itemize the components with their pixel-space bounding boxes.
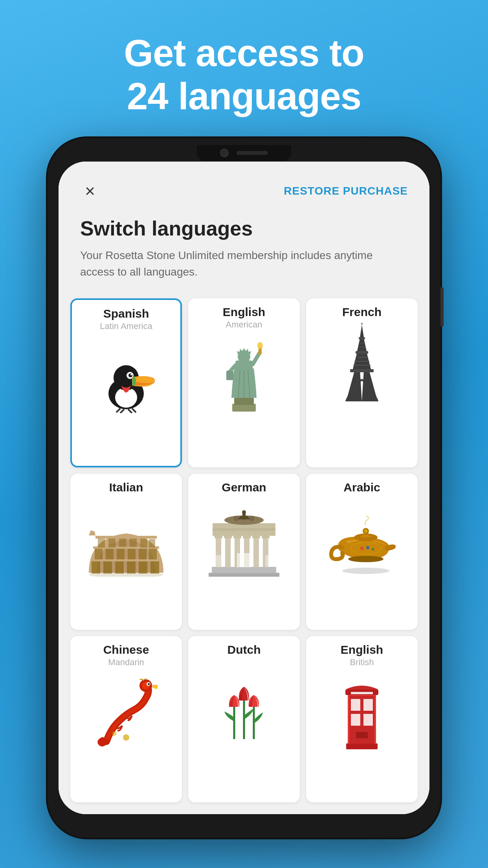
- svg-rect-72: [213, 530, 275, 536]
- modal-sheet: × RESTORE PURCHASE Switch languages Your…: [59, 162, 429, 814]
- toucan-icon: [95, 342, 158, 413]
- svg-point-99: [123, 734, 129, 741]
- svg-rect-112: [351, 714, 360, 726]
- lang-image-area: [306, 323, 418, 401]
- lang-name: English: [194, 305, 294, 319]
- svg-rect-82: [216, 555, 223, 567]
- svg-rect-81: [237, 553, 251, 567]
- lang-card-text: French: [306, 298, 418, 323]
- lang-name: Arabic: [312, 481, 412, 494]
- svg-line-22: [253, 353, 260, 364]
- svg-point-96: [148, 683, 150, 685]
- svg-rect-54: [130, 537, 137, 547]
- svg-rect-109: [351, 692, 373, 694]
- svg-rect-38: [103, 561, 112, 574]
- close-button[interactable]: ×: [80, 181, 100, 201]
- svg-rect-68: [233, 535, 241, 538]
- lang-name: French: [312, 305, 412, 319]
- lang-name: English: [312, 643, 412, 657]
- colosseum-icon: [87, 514, 165, 577]
- svg-rect-66: [215, 535, 222, 538]
- lang-name: Chinese: [76, 643, 176, 657]
- aladdin-lamp-icon: [327, 514, 397, 577]
- lang-subtitle: Latin America: [77, 321, 175, 331]
- lang-subtitle: British: [312, 657, 412, 668]
- phone-screen: × RESTORE PURCHASE Switch languages Your…: [59, 162, 429, 814]
- svg-rect-61: [225, 537, 231, 567]
- svg-rect-58: [209, 573, 279, 577]
- svg-rect-45: [106, 548, 114, 559]
- phone-speaker: [237, 151, 268, 155]
- lang-image-area: [188, 498, 300, 577]
- language-card-spanish[interactable]: Spanish Latin America: [70, 298, 182, 468]
- phone-camera: [220, 149, 229, 157]
- svg-rect-42: [150, 561, 159, 574]
- lang-card-text: English British: [306, 636, 418, 671]
- svg-rect-34: [359, 337, 365, 339]
- phone-bezel: × RESTORE PURCHASE Switch languages Your…: [48, 138, 440, 838]
- svg-rect-73: [213, 528, 275, 531]
- svg-rect-104: [346, 743, 378, 749]
- svg-rect-118: [356, 732, 368, 738]
- svg-rect-31: [356, 351, 368, 354]
- lang-card-text: Dutch: [188, 636, 300, 660]
- svg-point-97: [149, 683, 150, 684]
- svg-rect-59: [212, 567, 276, 573]
- svg-rect-67: [224, 535, 232, 538]
- svg-line-9: [132, 408, 136, 412]
- language-card-italian[interactable]: Italian: [70, 474, 182, 630]
- svg-rect-46: [117, 548, 125, 559]
- language-card-german[interactable]: German: [188, 474, 300, 630]
- svg-rect-26: [226, 371, 233, 380]
- lang-image-area: [188, 333, 300, 412]
- tulip-icon: [213, 668, 275, 739]
- svg-line-7: [120, 409, 124, 413]
- svg-rect-44: [95, 548, 103, 559]
- svg-point-80: [242, 510, 246, 514]
- language-card-english-british[interactable]: English British: [306, 636, 418, 802]
- language-card-arabic[interactable]: Arabic: [306, 474, 418, 630]
- modal-header: × RESTORE PURCHASE: [59, 162, 429, 213]
- svg-rect-57: [95, 536, 157, 539]
- svg-point-78: [249, 516, 255, 521]
- modal-subtitle: Your Rosetta Stone Unlimited membership …: [80, 247, 408, 280]
- svg-rect-53: [119, 537, 126, 547]
- svg-rect-69: [243, 535, 251, 538]
- svg-rect-47: [128, 548, 136, 559]
- language-card-french[interactable]: French: [306, 298, 418, 468]
- language-card-chinese[interactable]: Chinese Mandarin: [70, 636, 182, 802]
- svg-rect-49: [149, 548, 157, 559]
- lang-card-text: Italian: [70, 474, 182, 498]
- lang-name: Spanish: [77, 307, 175, 320]
- svg-rect-40: [127, 561, 136, 574]
- svg-point-87: [348, 556, 383, 562]
- svg-point-91: [372, 548, 374, 550]
- svg-point-86: [364, 530, 367, 533]
- telephone-box-icon: [342, 679, 382, 749]
- svg-rect-83: [265, 555, 272, 567]
- svg-point-100: [112, 731, 117, 736]
- language-grid: Spanish Latin America: [59, 292, 429, 814]
- lang-name: Dutch: [194, 643, 294, 657]
- svg-rect-55: [140, 538, 147, 548]
- statue-of-liberty-icon: [220, 337, 268, 412]
- lang-image-area: [70, 498, 182, 577]
- svg-rect-71: [262, 535, 270, 538]
- lang-image-area: [306, 671, 418, 749]
- svg-rect-39: [115, 561, 124, 574]
- header-section: Get access to 24 languages: [0, 0, 488, 134]
- svg-point-76: [233, 516, 239, 521]
- svg-point-5: [130, 374, 132, 375]
- lang-image-area: [70, 671, 182, 749]
- language-card-dutch[interactable]: Dutch: [188, 636, 300, 802]
- svg-rect-113: [363, 714, 373, 726]
- lang-image-area: [72, 335, 180, 413]
- phone-side-button: [440, 287, 444, 327]
- lang-name: German: [194, 481, 294, 494]
- svg-line-6: [116, 408, 120, 412]
- restore-purchase-button[interactable]: RESTORE PURCHASE: [284, 185, 408, 197]
- language-card-english-american[interactable]: English American: [188, 298, 300, 468]
- lang-card-text: Chinese Mandarin: [70, 636, 182, 671]
- svg-point-92: [342, 568, 389, 574]
- chinese-dragon-icon: [95, 679, 158, 749]
